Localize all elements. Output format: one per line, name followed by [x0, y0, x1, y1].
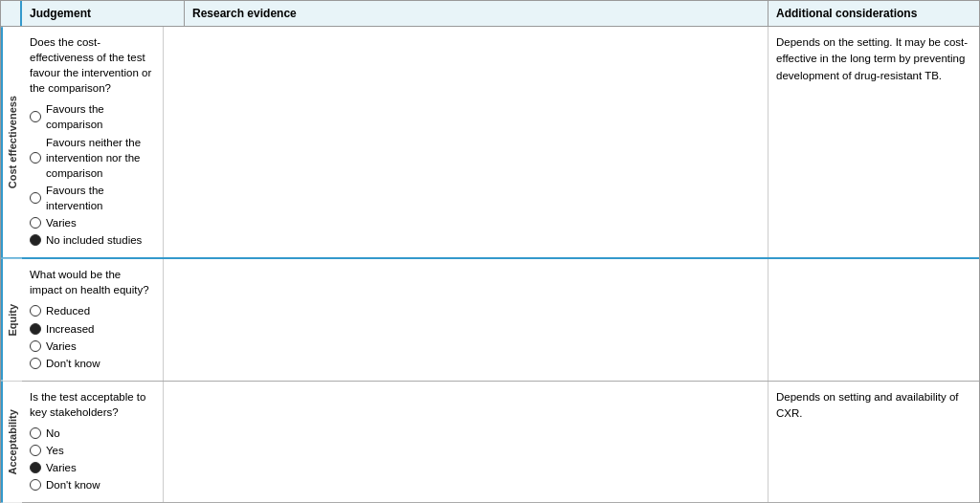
radio-empty-icon [30, 479, 41, 491]
radio-filled-icon [30, 234, 41, 246]
section-content-cost-effectiveness: Does the cost-effectiveness of the test … [22, 27, 979, 257]
additional-cell-equity [768, 259, 979, 381]
option-row-cost-effectiveness-4[interactable]: No included studies [30, 232, 155, 248]
radio-empty-icon [30, 152, 41, 164]
option-row-cost-effectiveness-1[interactable]: Favours neither the intervention nor the… [30, 135, 155, 181]
option-label-cost-effectiveness-1: Favours neither the intervention nor the… [46, 135, 155, 181]
option-row-cost-effectiveness-3[interactable]: Varies [30, 215, 155, 230]
research-cell-equity [164, 259, 768, 381]
question-text-acceptability: Is the test acceptable to key stakeholde… [30, 389, 155, 420]
table-header: Judgement Research evidence Additional c… [1, 1, 979, 27]
research-cell-acceptability [164, 382, 768, 503]
judgement-cell-equity: What would be the impact on health equit… [22, 259, 164, 381]
radio-empty-icon [30, 192, 41, 204]
sections-container: Cost effectivenessDoes the cost-effectiv… [1, 27, 979, 503]
option-row-equity-2[interactable]: Varies [30, 339, 155, 354]
radio-empty-icon [30, 340, 41, 352]
research-cell-cost-effectiveness [164, 27, 768, 257]
section-label-acceptability: Acceptability [1, 382, 22, 503]
option-row-acceptability-0[interactable]: No [30, 426, 155, 441]
section-label-cost-effectiveness: Cost effectiveness [1, 27, 22, 257]
option-label-acceptability-2: Varies [46, 460, 77, 475]
radio-empty-icon [30, 111, 41, 122]
option-label-equity-3: Don't know [46, 356, 100, 371]
section-content-acceptability: Is the test acceptable to key stakeholde… [22, 382, 979, 503]
option-row-acceptability-3[interactable]: Don't know [30, 477, 155, 492]
main-table: Judgement Research evidence Additional c… [0, 0, 980, 503]
header-judgement: Judgement [22, 1, 185, 26]
option-label-acceptability-0: No [46, 426, 60, 441]
section-label-equity: Equity [1, 259, 22, 381]
radio-empty-icon [30, 305, 41, 317]
option-label-equity-1: Increased [46, 321, 95, 337]
option-label-cost-effectiveness-0: Favours the comparison [46, 101, 155, 132]
radio-empty-icon [30, 427, 41, 439]
judgement-cell-cost-effectiveness: Does the cost-effectiveness of the test … [22, 27, 164, 257]
section-content-equity: What would be the impact on health equit… [22, 259, 979, 381]
option-label-cost-effectiveness-4: No included studies [46, 232, 142, 248]
option-row-acceptability-2[interactable]: Varies [30, 460, 155, 475]
radio-filled-icon [30, 462, 41, 473]
option-row-acceptability-1[interactable]: Yes [30, 443, 155, 458]
radio-empty-icon [30, 445, 41, 456]
judgement-cell-acceptability: Is the test acceptable to key stakeholde… [22, 382, 164, 503]
option-row-cost-effectiveness-0[interactable]: Favours the comparison [30, 101, 155, 132]
question-text-cost-effectiveness: Does the cost-effectiveness of the test … [30, 34, 155, 96]
section-row-equity: EquityWhat would be the impact on health… [1, 259, 979, 382]
header-research: Research evidence [185, 1, 768, 26]
option-label-equity-0: Reduced [46, 303, 90, 318]
additional-cell-acceptability: Depends on setting and availability of C… [768, 382, 979, 503]
radio-filled-icon [30, 323, 41, 335]
question-text-equity: What would be the impact on health equit… [30, 267, 155, 297]
option-row-cost-effectiveness-2[interactable]: Favours the intervention [30, 183, 155, 213]
option-row-equity-0[interactable]: Reduced [30, 303, 155, 318]
option-label-cost-effectiveness-3: Varies [46, 215, 77, 230]
option-row-equity-1[interactable]: Increased [30, 321, 155, 337]
option-label-acceptability-3: Don't know [46, 477, 100, 492]
radio-empty-icon [30, 358, 41, 369]
option-label-acceptability-1: Yes [46, 443, 64, 458]
header-additional: Additional considerations [768, 1, 979, 26]
radio-empty-icon [30, 217, 41, 229]
section-row-cost-effectiveness: Cost effectivenessDoes the cost-effectiv… [1, 27, 979, 259]
option-label-cost-effectiveness-2: Favours the intervention [46, 183, 155, 213]
option-label-equity-2: Varies [46, 339, 77, 354]
section-row-acceptability: AcceptabilityIs the test acceptable to k… [1, 382, 979, 503]
option-row-equity-3[interactable]: Don't know [30, 356, 155, 371]
additional-cell-cost-effectiveness: Depends on the setting. It may be cost-e… [768, 27, 979, 257]
